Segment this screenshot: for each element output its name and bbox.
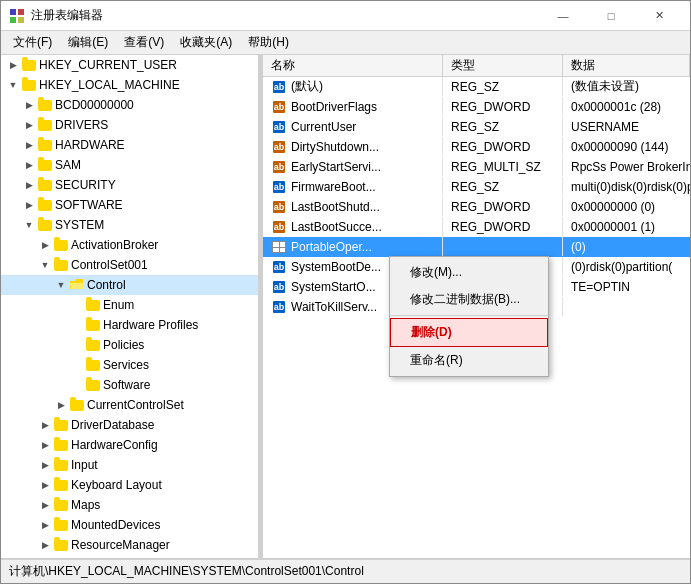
expand-icon[interactable]: ▼ — [5, 77, 21, 93]
cell-data: 0x00000001 (1) — [563, 217, 690, 236]
expand-icon[interactable]: ▶ — [37, 417, 53, 433]
tree-item-software2[interactable]: Software — [1, 375, 258, 395]
title-bar: 注册表编辑器 — □ ✕ — [1, 1, 690, 31]
folder-icon — [53, 517, 69, 533]
folder-icon — [37, 137, 53, 153]
expand-icon[interactable]: ▶ — [53, 397, 69, 413]
tree-label: Policies — [103, 338, 144, 352]
expand-icon[interactable]: ▼ — [53, 277, 69, 293]
tree-item-control[interactable]: ▼ Control — [1, 275, 258, 295]
cell-data: 0x0000001c (28) — [563, 97, 690, 116]
menu-favorites[interactable]: 收藏夹(A) — [172, 32, 240, 53]
menu-view[interactable]: 查看(V) — [116, 32, 172, 53]
tree-item-keyboardlayout[interactable]: ▶ Keyboard Layout — [1, 475, 258, 495]
table-row[interactable]: ab FirmwareBoot... REG_SZ multi(0)disk(0… — [263, 177, 690, 197]
tree-item-system[interactable]: ▼ SYSTEM — [1, 215, 258, 235]
col-header-type[interactable]: 类型 — [443, 55, 563, 76]
tree-label: Keyboard Layout — [71, 478, 162, 492]
table-row[interactable]: ab (默认) REG_SZ (数值未设置) — [263, 77, 690, 97]
expand-icon[interactable]: ▶ — [21, 137, 37, 153]
maximize-button[interactable]: □ — [588, 1, 634, 31]
expand-icon[interactable]: ▶ — [37, 437, 53, 453]
table-row[interactable]: ab LastBootSucce... REG_DWORD 0x00000001… — [263, 217, 690, 237]
folder-icon — [85, 337, 101, 353]
tree-item-software[interactable]: ▶ SOFTWARE — [1, 195, 258, 215]
menu-file[interactable]: 文件(F) — [5, 32, 60, 53]
tree-item-currentcontrolset[interactable]: ▶ CurrentControlSet — [1, 395, 258, 415]
cell-type — [443, 237, 563, 256]
table-row[interactable]: ab LastBootShutd... REG_DWORD 0x00000000… — [263, 197, 690, 217]
table-row[interactable]: ab BootDriverFlags REG_DWORD 0x0000001c … — [263, 97, 690, 117]
expand-icon[interactable]: ▶ — [37, 237, 53, 253]
cell-name: ab DirtyShutdown... — [263, 137, 443, 156]
svg-rect-6 — [280, 242, 285, 247]
minimize-button[interactable]: — — [540, 1, 586, 31]
table-row[interactable]: ab CurrentUser REG_SZ USERNAME — [263, 117, 690, 137]
tree-item-activationbroker[interactable]: ▶ ActivationBroker — [1, 235, 258, 255]
tree-item-driverdatabase[interactable]: ▶ DriverDatabase — [1, 415, 258, 435]
tree-label: CurrentControlSet — [87, 398, 184, 412]
tree-item-hkcu[interactable]: ▶ HKEY_CURRENT_USER — [1, 55, 258, 75]
tree-label: Control — [87, 278, 126, 292]
tree-item-hardwareconfig[interactable]: ▶ HardwareConfig — [1, 435, 258, 455]
svg-rect-7 — [273, 248, 279, 252]
context-menu-modify[interactable]: 修改(M)... — [390, 259, 548, 286]
cell-type: REG_MULTI_SZ — [443, 157, 563, 176]
folder-icon — [85, 357, 101, 373]
folder-icon — [85, 297, 101, 313]
tree-label: HKEY_LOCAL_MACHINE — [39, 78, 180, 92]
expand-icon[interactable]: ▶ — [5, 57, 21, 73]
folder-icon — [37, 197, 53, 213]
tree-item-controlset001[interactable]: ▼ ControlSet001 — [1, 255, 258, 275]
tree-item-input[interactable]: ▶ Input — [1, 455, 258, 475]
cell-data — [563, 297, 690, 316]
expand-icon[interactable]: ▼ — [37, 257, 53, 273]
expand-icon[interactable]: ▶ — [21, 117, 37, 133]
col-header-name[interactable]: 名称 — [263, 55, 443, 76]
expand-icon[interactable]: ▶ — [37, 497, 53, 513]
expand-icon[interactable]: ▼ — [21, 217, 37, 233]
tree-item-hardwareprofiles[interactable]: Hardware Profiles — [1, 315, 258, 335]
tree-label: HARDWARE — [55, 138, 125, 152]
tree-item-enum[interactable]: Enum — [1, 295, 258, 315]
tree-item-security[interactable]: ▶ SECURITY — [1, 175, 258, 195]
tree-item-policies[interactable]: Policies — [1, 335, 258, 355]
expand-icon[interactable]: ▶ — [21, 157, 37, 173]
expand-icon[interactable]: ▶ — [37, 517, 53, 533]
context-menu-modify-binary[interactable]: 修改二进制数据(B)... — [390, 286, 548, 313]
tree-item-maps[interactable]: ▶ Maps — [1, 495, 258, 515]
expand-icon[interactable]: ▶ — [21, 177, 37, 193]
folder-icon — [85, 377, 101, 393]
table-row[interactable]: ab DirtyShutdown... REG_DWORD 0x00000090… — [263, 137, 690, 157]
tree-item-services[interactable]: Services — [1, 355, 258, 375]
tree-item-hardware[interactable]: ▶ HARDWARE — [1, 135, 258, 155]
col-header-data[interactable]: 数据 — [563, 55, 690, 76]
tree-item-bcd[interactable]: ▶ BCD00000000 — [1, 95, 258, 115]
tree-item-sam[interactable]: ▶ SAM — [1, 155, 258, 175]
context-menu-divider — [390, 315, 548, 316]
expand-icon[interactable]: ▶ — [21, 97, 37, 113]
expand-icon[interactable]: ▶ — [37, 457, 53, 473]
context-menu-delete[interactable]: 删除(D) — [390, 318, 548, 347]
folder-open-icon — [69, 277, 85, 293]
menu-edit[interactable]: 编辑(E) — [60, 32, 116, 53]
cell-type: REG_DWORD — [443, 137, 563, 156]
tree-item-drivers[interactable]: ▶ DRIVERS — [1, 115, 258, 135]
expand-icon[interactable]: ▶ — [37, 537, 53, 553]
reg-value-icon: ab — [271, 199, 287, 215]
cell-type: REG_DWORD — [443, 217, 563, 236]
expand-icon[interactable]: ▶ — [37, 477, 53, 493]
menu-help[interactable]: 帮助(H) — [240, 32, 297, 53]
tree-label: DRIVERS — [55, 118, 108, 132]
close-button[interactable]: ✕ — [636, 1, 682, 31]
tree-item-mounteddevices[interactable]: ▶ MountedDevices — [1, 515, 258, 535]
window: 注册表编辑器 — □ ✕ 文件(F) 编辑(E) 查看(V) 收藏夹(A) 帮助… — [0, 0, 691, 584]
tree-scroll[interactable]: ▶ HKEY_CURRENT_USER ▼ HKEY_LOCAL_MACHINE… — [1, 55, 258, 558]
context-menu-rename[interactable]: 重命名(R) — [390, 347, 548, 374]
expand-icon[interactable]: ▶ — [21, 197, 37, 213]
tree-item-hklm[interactable]: ▼ HKEY_LOCAL_MACHINE — [1, 75, 258, 95]
table-row[interactable]: ab EarlyStartServi... REG_MULTI_SZ RpcSs… — [263, 157, 690, 177]
table-row-selected[interactable]: PortableOper... (0) — [263, 237, 690, 257]
tree-item-resourcemanager[interactable]: ▶ ResourceManager — [1, 535, 258, 555]
folder-icon — [37, 97, 53, 113]
